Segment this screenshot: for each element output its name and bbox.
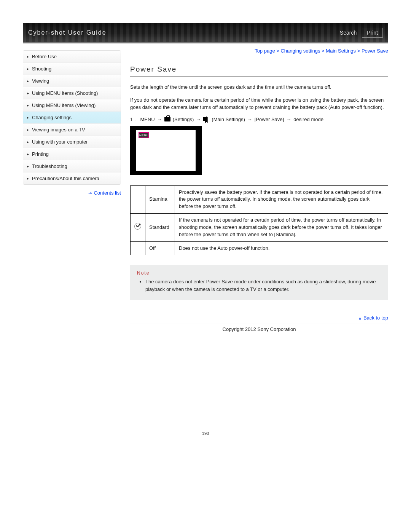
search-link[interactable]: Search bbox=[340, 30, 357, 36]
sidebar: ▸Before Use▸Shooting▸Viewing▸Using MENU … bbox=[23, 47, 121, 196]
sidebar-item[interactable]: ▸Before Use bbox=[23, 51, 121, 63]
screen-thumbnail: MENU bbox=[130, 126, 202, 175]
step-line: 1 . MENU → (Settings) → (Main Settings) … bbox=[130, 117, 388, 122]
check-cell bbox=[131, 214, 145, 242]
sidebar-item-label: Troubleshooting bbox=[32, 163, 67, 169]
triangle-up-icon: ▲ bbox=[358, 316, 362, 320]
chevron-right-icon: ▸ bbox=[27, 115, 29, 120]
chevron-right-icon: ▸ bbox=[27, 67, 29, 71]
sidebar-item[interactable]: ▸Using MENU items (Viewing) bbox=[23, 99, 121, 112]
sidebar-item-label: Viewing bbox=[32, 78, 49, 84]
sidebar-item[interactable]: ▸Viewing bbox=[23, 75, 121, 87]
bottom-rule bbox=[130, 323, 388, 323]
arrow-right-icon: → bbox=[157, 117, 162, 122]
mode-desc: Proactively saves the battery power. If … bbox=[175, 185, 388, 214]
step-menu-label: MENU bbox=[140, 117, 155, 122]
sidebar-item[interactable]: ▸Changing settings bbox=[23, 112, 121, 124]
mode-desc: Does not use the Auto power-off function… bbox=[175, 241, 388, 255]
main-content: Top page > Changing settings > Main Sett… bbox=[130, 47, 388, 347]
back-to-top-link[interactable]: ▲Back to top bbox=[130, 315, 388, 321]
sidebar-item[interactable]: ▸Troubleshooting bbox=[23, 160, 121, 173]
arrow-right-icon: → bbox=[196, 117, 201, 122]
step-desired-label: desired mode bbox=[293, 117, 323, 122]
chevron-right-icon: ▸ bbox=[27, 103, 29, 107]
chevron-right-icon: ▸ bbox=[27, 152, 29, 156]
check-cell bbox=[131, 185, 145, 214]
modes-table: StaminaProactively saves the battery pow… bbox=[130, 185, 388, 256]
chevron-right-icon: ▸ bbox=[27, 91, 29, 95]
header-bar: Cyber-shot User Guide Search Print bbox=[23, 23, 388, 43]
contents-list-link[interactable]: ➔Contents list bbox=[23, 190, 121, 196]
page-title: Power Save bbox=[130, 65, 388, 73]
note-block: Note The camera does not enter Power Sav… bbox=[130, 265, 388, 300]
sidebar-item-label: Changing settings bbox=[32, 115, 72, 120]
arrow-right-icon: ➔ bbox=[88, 190, 92, 196]
mode-desc: If the camera is not operated for a cert… bbox=[175, 214, 388, 242]
step-number: 1 . bbox=[130, 117, 135, 122]
mode-name: Standard bbox=[145, 214, 175, 242]
sidebar-item-label: Precautions/About this camera bbox=[32, 176, 99, 181]
sidebar-item-label: Using MENU items (Shooting) bbox=[32, 90, 98, 96]
sidebar-item-label: Printing bbox=[32, 151, 49, 157]
step-power-save-label: [Power Save] bbox=[255, 117, 284, 122]
back-to-top-label: Back to top bbox=[363, 315, 388, 321]
sidebar-item[interactable]: ▸Using with your computer bbox=[23, 136, 121, 148]
checkmark-icon bbox=[134, 223, 141, 230]
check-cell bbox=[131, 241, 145, 255]
chevron-right-icon: ▸ bbox=[27, 140, 29, 144]
mode-name: Stamina bbox=[145, 185, 175, 214]
mode-name: Off bbox=[145, 241, 175, 255]
chevron-right-icon: ▸ bbox=[27, 164, 29, 168]
sidebar-item[interactable]: ▸Printing bbox=[23, 148, 121, 160]
chevron-right-icon: ▸ bbox=[27, 128, 29, 132]
sidebar-item-label: Viewing images on a TV bbox=[32, 127, 85, 133]
breadcrumb[interactable]: Top page > Changing settings > Main Sett… bbox=[130, 48, 388, 54]
contents-list-label: Contents list bbox=[94, 190, 121, 196]
main-settings-icon bbox=[203, 117, 209, 122]
note-list: The camera does not enter Power Save mod… bbox=[137, 278, 381, 293]
settings-icon bbox=[164, 117, 170, 121]
menu-chip: MENU bbox=[139, 132, 149, 138]
arrow-right-icon: → bbox=[247, 117, 252, 122]
step-main-settings-label: (Main Settings) bbox=[212, 117, 245, 122]
note-title: Note bbox=[137, 270, 381, 276]
chevron-right-icon: ▸ bbox=[27, 176, 29, 181]
intro-paragraph-2: If you do not operate the camera for a c… bbox=[130, 96, 388, 111]
sidebar-item[interactable]: ▸Shooting bbox=[23, 63, 121, 75]
print-button[interactable]: Print bbox=[362, 28, 383, 38]
sidebar-nav: ▸Before Use▸Shooting▸Viewing▸Using MENU … bbox=[23, 50, 121, 185]
sidebar-item[interactable]: ▸Viewing images on a TV bbox=[23, 124, 121, 136]
chevron-right-icon: ▸ bbox=[27, 79, 29, 83]
sidebar-item-label: Shooting bbox=[32, 66, 51, 72]
sidebar-item-label: Before Use bbox=[32, 54, 57, 59]
sidebar-item[interactable]: ▸Precautions/About this camera bbox=[23, 173, 121, 184]
page-number: 190 bbox=[23, 431, 388, 436]
chevron-right-icon: ▸ bbox=[27, 54, 29, 59]
intro-paragraph-1: Sets the length of the time until the sc… bbox=[130, 83, 388, 91]
step-settings-label: (Settings) bbox=[173, 117, 194, 122]
sidebar-item[interactable]: ▸Using MENU items (Shooting) bbox=[23, 87, 121, 99]
table-row: OffDoes not use the Auto power-off funct… bbox=[131, 241, 388, 255]
table-row: StandardIf the camera is not operated fo… bbox=[131, 214, 388, 242]
sidebar-item-label: Using with your computer bbox=[32, 139, 88, 145]
title-rule bbox=[130, 76, 388, 77]
sidebar-item-label: Using MENU items (Viewing) bbox=[32, 102, 96, 108]
note-item: The camera does not enter Power Save mod… bbox=[145, 278, 381, 293]
copyright: Copyright 2012 Sony Corporation bbox=[130, 326, 388, 332]
site-title: Cyber-shot User Guide bbox=[28, 29, 107, 36]
arrow-right-icon: → bbox=[286, 117, 291, 122]
table-row: StaminaProactively saves the battery pow… bbox=[131, 185, 388, 214]
